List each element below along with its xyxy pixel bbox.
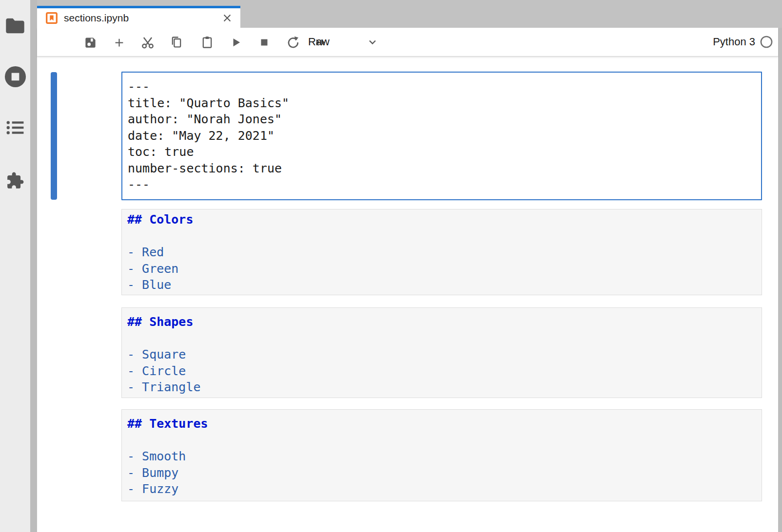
kernel-name[interactable]: Python 3 [713,36,755,48]
md-list-item: - Green [127,261,762,277]
md-blank-line [127,432,762,449]
md-header: ## Colors [127,211,762,228]
paste-icon[interactable] [199,35,215,50]
code-line: toc: true [128,144,761,160]
notebook-toolbar: Raw Python 3 [37,28,778,57]
md-list-item: - Bumpy [127,465,762,481]
kernel-indicator: Python 3 [713,28,773,56]
code-line: date: "May 22, 2021" [128,128,761,144]
md-header: ## Textures [127,416,762,432]
md-list-item: - Triangle [127,379,762,396]
cell-type-select[interactable]: Raw [308,28,378,56]
sidebar-divider [30,0,37,532]
code-line: --- [128,176,761,193]
cut-icon[interactable] [140,35,156,50]
left-sidebar [0,0,30,532]
running-sessions-icon[interactable] [0,65,30,88]
markdown-cell-shapes[interactable]: ## Shapes - Square - Circle - Triangle [121,307,762,398]
md-header: ## Shapes [127,314,762,330]
markdown-cell-textures[interactable]: ## Textures - Smooth - Bumpy - Fuzzy [121,409,762,501]
tab-close-icon[interactable] [221,12,234,24]
md-list-item: - Smooth [127,448,762,465]
copy-icon[interactable] [169,35,184,50]
file-browser-icon[interactable] [0,18,30,34]
cell-type-value: Raw [308,36,330,48]
notebook-area: --- title: "Quarto Basics" author: "Nora… [37,57,778,532]
table-of-contents-icon[interactable] [0,120,30,135]
restart-kernel-icon[interactable] [285,35,301,50]
save-button[interactable] [82,35,98,50]
code-line: author: "Norah Jones" [128,111,761,128]
tab-title: sections.ipynb [64,12,221,24]
code-line: title: "Quarto Basics" [128,95,761,112]
tab-bar: sections.ipynb [37,0,782,28]
kernel-status-icon[interactable] [760,35,773,49]
md-list-item: - Fuzzy [127,481,762,497]
md-blank-line [127,228,762,245]
markdown-cell-colors[interactable]: ## Colors - Red - Green - Blue [121,209,762,295]
extensions-icon[interactable] [0,171,30,190]
stop-icon[interactable] [256,35,272,50]
jupyterlab-window: sections.ipynb [0,0,782,532]
chevron-down-icon [367,36,378,48]
insert-cell-icon[interactable] [111,35,127,50]
code-line: number-sections: true [128,160,761,177]
tab-sections-ipynb[interactable]: sections.ipynb [37,6,240,28]
active-cell-collapser[interactable] [51,72,57,200]
notebook-icon [45,12,58,24]
run-icon[interactable] [228,35,244,50]
raw-cell-yaml-frontmatter[interactable]: --- title: "Quarto Basics" author: "Nora… [121,72,762,200]
md-list-item: - Red [127,244,762,261]
right-gutter [778,28,782,532]
md-list-item: - Square [127,346,762,363]
md-list-item: - Blue [127,277,762,293]
md-blank-line [127,330,762,347]
code-line: --- [128,78,761,95]
md-list-item: - Circle [127,363,762,380]
